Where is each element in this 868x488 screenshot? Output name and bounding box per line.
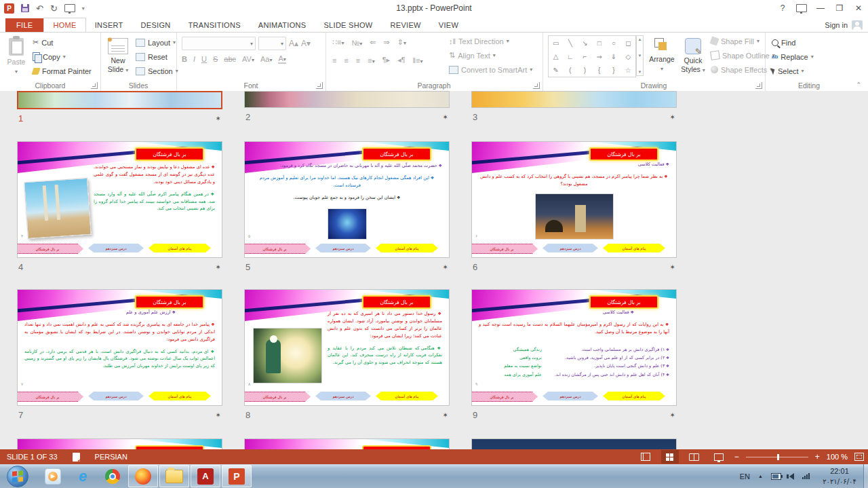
tab-slideshow[interactable]: SLIDE SHOW xyxy=(315,18,381,32)
slide-thumbnail-8[interactable]: بر بال فرشتگان رسول خدا دستور می داد تا … xyxy=(244,289,450,406)
reset-button[interactable]: Reset xyxy=(136,50,178,64)
slide-thumbnail-10[interactable] xyxy=(17,438,222,449)
slide-sorter-view-button[interactable] xyxy=(661,450,679,464)
find-button[interactable]: Find xyxy=(772,35,814,50)
shape-arc-icon[interactable]: ( xyxy=(569,67,571,74)
taskbar-clock[interactable]: 22:01 ۲۰۲۱/۰۶/۰۴ xyxy=(818,466,861,486)
italic-button[interactable]: I xyxy=(193,55,195,63)
reading-view-button[interactable] xyxy=(686,450,703,464)
nav-button-lesson-13[interactable]: درس سیزدهم xyxy=(542,244,598,252)
replace-button[interactable]: ab Replace▾ xyxy=(772,50,814,64)
tab-animations[interactable]: ANIMATIONS xyxy=(250,18,315,32)
quick-styles-button[interactable]: Quick Styles ▾ xyxy=(678,34,708,80)
font-size-combobox[interactable]: ▾ xyxy=(258,37,286,50)
taskbar-acrobat-button[interactable]: A xyxy=(191,465,220,487)
slide-thumbnail-5[interactable]: بر بال فرشتگان حضرت محمد صلّی الله علیه … xyxy=(244,141,450,258)
convert-to-smartart-button[interactable]: Convert to SmartArt▾ xyxy=(449,62,532,77)
nav-button-book-title[interactable]: پیام های آسمان xyxy=(149,244,211,252)
tab-insert[interactable]: INSERT xyxy=(86,18,132,32)
font-name-combobox[interactable]: ▾ xyxy=(182,37,256,50)
nav-button-lesson-title[interactable]: بر بال فرشتگان xyxy=(17,392,83,402)
spellcheck-icon[interactable] xyxy=(73,453,80,462)
nav-button-book-title[interactable]: پیام های آسمان xyxy=(603,392,665,400)
nav-button-lesson-title[interactable]: بر بال فرشتگان xyxy=(17,244,83,254)
speaker-icon[interactable] xyxy=(789,473,794,480)
justify-button[interactable]: ≡▾ xyxy=(368,56,374,64)
clipboard-dialog-launcher[interactable] xyxy=(91,82,98,89)
nav-button-book-title[interactable]: پیام های آسمان xyxy=(376,392,438,400)
nav-button-lesson-title[interactable]: بر بال فرشتگان xyxy=(244,392,311,402)
nav-button-lesson-13[interactable]: درس سیزدهم xyxy=(542,392,598,400)
ltr-direction-button[interactable]: ¶▸ xyxy=(382,56,390,64)
nav-button-book-title[interactable]: پیام های آسمان xyxy=(603,244,665,252)
bold-button[interactable]: B xyxy=(182,55,187,63)
text-direction-button[interactable]: ↕‖ Text Direction▾ xyxy=(449,34,532,48)
cut-button[interactable]: ✂ Cut xyxy=(33,35,92,50)
nav-button-lesson-title[interactable]: بر بال فرشتگان xyxy=(471,392,538,402)
shapes-gallery-scroll[interactable]: ▲▼▼ xyxy=(636,35,644,76)
change-case-button[interactable]: Aa▾ xyxy=(260,55,272,63)
arrange-button[interactable]: Arrange▾ xyxy=(646,34,678,80)
slide-thumbnail-6[interactable]: بر بال فرشتگان فعالیت کلاسی به نظر شما چ… xyxy=(471,141,677,258)
shape-diamond-icon[interactable]: ◇ xyxy=(625,53,631,60)
drawing-dialog-launcher[interactable] xyxy=(755,82,762,89)
select-button[interactable]: Select▾ xyxy=(772,64,814,78)
normal-view-button[interactable] xyxy=(637,450,654,464)
start-button[interactable] xyxy=(7,466,28,487)
paste-button[interactable]: Paste▾ xyxy=(4,34,28,80)
shape-connector-icon[interactable]: ⌐ xyxy=(583,53,587,60)
line-spacing-button[interactable]: ⇕▾ xyxy=(397,38,406,47)
taskbar-media-player-button[interactable]: ▶ xyxy=(43,466,63,487)
tray-language-indicator[interactable]: EN xyxy=(740,472,750,481)
shape-right-brace-icon[interactable]: } xyxy=(612,67,614,74)
battery-icon[interactable] xyxy=(771,473,781,480)
nav-button-lesson-title[interactable]: بر بال فرشتگان xyxy=(244,244,311,254)
shape-line-icon[interactable]: ╲ xyxy=(568,39,572,47)
show-desktop-button[interactable] xyxy=(863,464,868,488)
help-button[interactable]: ? xyxy=(773,1,792,16)
shape-triangle-icon[interactable]: △ xyxy=(553,53,559,60)
decrease-indent-button[interactable]: ⇐ xyxy=(370,38,376,47)
slide-thumbnail-7[interactable]: بر بال فرشتگان ارزش علم آموزی و علم پیام… xyxy=(17,289,222,406)
slide-thumbnail-2[interactable] xyxy=(244,91,450,108)
columns-button[interactable]: ‖≡▾ xyxy=(413,56,423,64)
nav-button-lesson-13[interactable]: درس سیزدهم xyxy=(315,244,371,252)
nav-button-lesson-13[interactable]: درس سیزدهم xyxy=(88,392,144,400)
nav-button-book-title[interactable]: پیام های آسمان xyxy=(149,392,211,400)
shape-rectangle-icon[interactable]: □ xyxy=(597,39,601,47)
new-slide-button[interactable]: New Slide ▾ xyxy=(103,34,133,80)
zoom-level[interactable]: 100 % xyxy=(827,453,848,461)
align-right-button[interactable]: ≡ xyxy=(356,56,360,64)
fit-to-window-button[interactable] xyxy=(854,453,864,461)
numbering-button[interactable]: №▾ xyxy=(351,39,362,47)
slide-sorter-pane[interactable]: 1 ✶ 2 ✶ 3 ✶ بر بال فرشتگان عده ای مشغول … xyxy=(0,91,868,449)
tray-expand-icon[interactable]: ▲ xyxy=(758,474,763,478)
slide-thumbnail-11[interactable] xyxy=(244,438,450,449)
font-color-button[interactable]: A▾ xyxy=(278,54,285,64)
font-dialog-launcher[interactable] xyxy=(316,82,323,89)
shape-right-arrow-icon[interactable]: ⇒ xyxy=(596,53,601,60)
nav-button-lesson-title[interactable]: بر بال فرشتگان xyxy=(471,244,538,254)
zoom-in-button[interactable]: + xyxy=(815,453,820,461)
nav-button-lesson-13[interactable]: درس سیزدهم xyxy=(88,244,144,252)
minimize-button[interactable]: — xyxy=(811,1,830,16)
slideshow-view-button[interactable] xyxy=(710,450,728,464)
taskbar-file-explorer-button[interactable] xyxy=(159,465,189,487)
close-button[interactable]: ✕ xyxy=(849,1,868,16)
shapes-gallery[interactable]: ▭ ╲ ↘ □ ○ ◻ △ ∟ ⌐ ⇒ ⇓ ◇ ✎ ( ) { } ☆ xyxy=(548,35,636,77)
align-center-button[interactable]: ≡ xyxy=(344,56,348,64)
zoom-slider-thumb[interactable] xyxy=(777,454,779,460)
slide-thumbnail-4[interactable]: بر بال فرشتگان عده ای مشغول دعا و نیایش … xyxy=(17,141,222,258)
tab-file[interactable]: FILE xyxy=(5,18,43,32)
shape-down-arrow-icon[interactable]: ⇓ xyxy=(611,53,616,60)
shape-arrow-line-icon[interactable]: ↘ xyxy=(582,39,587,47)
shape-star-icon[interactable]: ☆ xyxy=(625,67,631,74)
align-left-button[interactable]: ≡ xyxy=(332,56,336,64)
copy-button[interactable]: Copy▾ xyxy=(33,50,92,64)
language-indicator[interactable]: PERSIAN xyxy=(95,453,127,461)
taskbar-chrome-button[interactable] xyxy=(102,466,123,487)
taskbar-powerpoint-button[interactable]: P xyxy=(222,465,252,487)
shape-oval-icon[interactable]: ○ xyxy=(612,39,616,47)
shape-curve-icon[interactable]: ) xyxy=(584,67,586,74)
slide-thumbnail-3[interactable] xyxy=(471,91,677,108)
